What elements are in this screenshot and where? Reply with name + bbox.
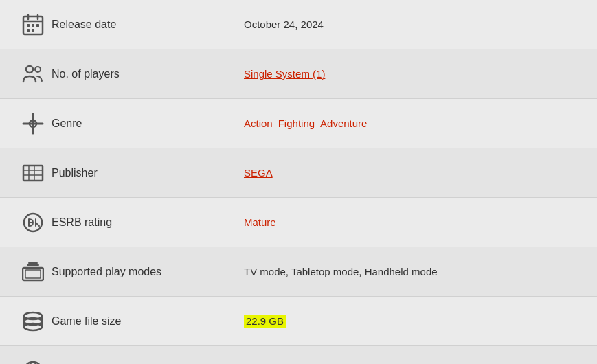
info-table: Release dateOctober 24, 2024 No. of play…	[0, 0, 597, 364]
publisher-icon	[14, 162, 52, 184]
svg-rect-8	[32, 29, 34, 32]
no-of-players-link[interactable]: Single System (1)	[244, 68, 325, 80]
esrb-rating-link[interactable]: Mature	[244, 216, 276, 228]
publisher-label: Publisher	[52, 167, 244, 179]
esrb-rating-value[interactable]: Mature	[244, 216, 583, 228]
release-date-label: Release date	[52, 19, 244, 31]
svg-rect-23	[25, 270, 41, 278]
genre-value[interactable]: ActionFightingAdventure	[244, 117, 583, 129]
row-supported-play-modes: Supported play modesTV mode, Tabletop mo…	[0, 247, 597, 297]
release-date-value: October 24, 2024	[244, 19, 583, 30]
genre-label: Genre	[52, 117, 244, 130]
row-supported-languages: Supported languagesEnglish, Japanese, Ko…	[0, 346, 597, 364]
genre-link[interactable]: Adventure	[320, 117, 367, 129]
svg-point-10	[35, 67, 41, 72]
game-file-size-value: 22.9 GB	[244, 315, 583, 327]
publisher-link[interactable]: SEGA	[244, 167, 273, 179]
svg-point-9	[26, 66, 33, 73]
svg-rect-7	[27, 29, 30, 32]
row-no-of-players: No. of playersSingle System (1)	[0, 49, 597, 99]
svg-rect-4	[27, 24, 30, 27]
filesize-icon	[14, 310, 52, 332]
players-icon	[14, 63, 52, 85]
row-release-date: Release dateOctober 24, 2024	[0, 0, 597, 49]
supported-play-modes-label: Supported play modes	[52, 266, 244, 278]
supported-play-modes-value: TV mode, Tabletop mode, Handheld mode	[244, 266, 583, 277]
row-game-file-size: Game file size22.9 GB	[0, 297, 597, 346]
game-file-size-label: Game file size	[52, 315, 244, 328]
svg-rect-6	[36, 24, 39, 27]
genre-icon	[14, 113, 52, 135]
esrb-icon	[14, 212, 52, 234]
game-file-size-highlighted-value: 22.9 GB	[244, 315, 286, 328]
svg-rect-14	[23, 166, 43, 181]
no-of-players-value[interactable]: Single System (1)	[244, 68, 583, 80]
publisher-value[interactable]: SEGA	[244, 167, 583, 179]
svg-rect-5	[32, 24, 34, 27]
genre-link[interactable]: Action	[244, 117, 273, 129]
languages-icon	[14, 360, 52, 365]
calendar-icon	[14, 14, 52, 36]
playmodes-icon	[14, 261, 52, 283]
row-esrb-rating: ESRB ratingMature	[0, 198, 597, 247]
esrb-rating-label: ESRB rating	[52, 216, 244, 229]
row-publisher: PublisherSEGA	[0, 148, 597, 198]
row-genre: GenreActionFightingAdventure	[0, 99, 597, 148]
genre-link[interactable]: Fighting	[278, 117, 315, 129]
no-of-players-label: No. of players	[52, 68, 244, 80]
